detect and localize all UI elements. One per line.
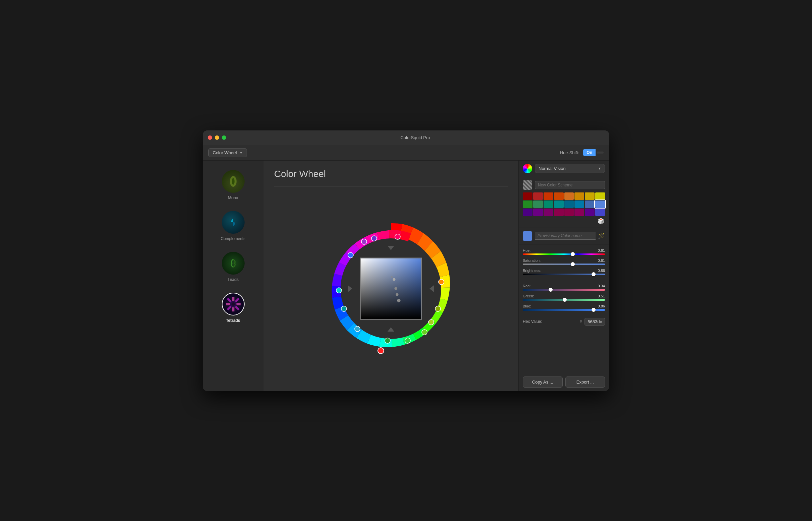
color-mode-icon[interactable] [523, 164, 532, 173]
close-button[interactable] [208, 135, 212, 140]
wheel-area: + c [263, 186, 518, 391]
content-header: Color Wheel [263, 161, 518, 186]
palette-cell[interactable] [533, 208, 543, 216]
brightness-slider[interactable] [523, 274, 605, 275]
color-wheel-container[interactable]: + c [320, 218, 461, 359]
green-label: Green: [523, 294, 534, 298]
mono-icon [222, 170, 244, 193]
tetrads-label: Tetrads [226, 318, 240, 323]
palette-cell[interactable] [564, 201, 574, 208]
palette-cell[interactable] [533, 192, 543, 200]
sidebar: Mono Complements Triad [203, 161, 263, 391]
palette-cell[interactable] [564, 192, 574, 200]
green-slider[interactable] [523, 299, 605, 301]
sliders-section: Hue: 0.61 Saturation: 0.61 [519, 244, 609, 315]
blue-slider[interactable] [523, 309, 605, 311]
color-picker-square[interactable]: c [360, 257, 422, 319]
palette-cell[interactable] [543, 208, 553, 216]
red-thumb[interactable] [549, 288, 553, 292]
app-window: ColorSquid Pro Color Wheel ▼ Hue-Shift: … [203, 130, 609, 391]
saturation-slider-row: Saturation: 0.61 [523, 258, 605, 265]
color-name-input[interactable] [535, 232, 596, 240]
selected-color-swatch [523, 231, 532, 241]
svg-point-13 [385, 338, 390, 343]
palette-cell[interactable] [533, 201, 543, 208]
palette-cell[interactable] [543, 192, 553, 200]
palette-cell[interactable] [564, 208, 574, 216]
hue-label: Hue: [523, 248, 531, 252]
new-scheme-input[interactable] [535, 181, 605, 189]
palette-cell[interactable] [574, 201, 584, 208]
bottom-buttons: Copy As ... Export ... [519, 373, 609, 391]
copy-as-button[interactable]: Copy As ... [523, 377, 563, 388]
palette-cell[interactable] [554, 192, 564, 200]
triads-icon [222, 252, 244, 275]
sidebar-item-mono[interactable]: Mono [219, 167, 247, 203]
blue-thumb[interactable] [592, 308, 596, 312]
green-value: 0.51 [598, 294, 605, 298]
eyedropper-icon[interactable]: 🪄 [598, 233, 605, 239]
minimize-button[interactable] [215, 135, 219, 140]
saturation-thumb[interactable] [571, 262, 575, 266]
toggle-on-label[interactable]: On [583, 149, 596, 156]
color-palette-grid [523, 192, 605, 216]
content-area: Color Wheel [263, 161, 518, 391]
palette-cell[interactable] [543, 201, 553, 208]
titlebar: ColorSquid Pro [203, 130, 609, 145]
hue-shift-label: Hue-Shift: [560, 150, 579, 155]
hex-value[interactable]: 5683dc [584, 318, 605, 325]
hue-shift-toggle[interactable]: On [583, 149, 604, 156]
maximize-button[interactable] [222, 135, 226, 140]
svg-point-14 [428, 319, 434, 325]
hue-slider[interactable] [523, 253, 605, 255]
svg-point-15 [439, 279, 444, 285]
vision-label: Normal Vision [538, 166, 566, 171]
randomize-icon[interactable]: 🎲 [598, 218, 604, 224]
sidebar-item-complements[interactable]: Complements [218, 208, 248, 244]
red-slider[interactable] [523, 289, 605, 291]
vision-dropdown[interactable]: Normal Vision ▼ [535, 164, 605, 173]
palette-cell[interactable] [523, 208, 533, 216]
green-thumb[interactable] [563, 298, 567, 302]
palette-cell-selected[interactable] [595, 201, 605, 208]
palette-cell[interactable] [585, 201, 595, 208]
palette-cell[interactable] [585, 208, 595, 216]
palette-cell[interactable] [554, 208, 564, 216]
sidebar-item-tetrads[interactable]: Tetrads [219, 290, 247, 325]
palette-cell[interactable] [574, 192, 584, 200]
brightness-slider-row: Brightness: 0.86 [523, 269, 605, 275]
palette-cell[interactable] [523, 201, 533, 208]
hue-thumb[interactable] [571, 252, 575, 256]
content-title: Color Wheel [274, 168, 508, 179]
palette-cell[interactable] [585, 192, 595, 200]
red-label: Red: [523, 284, 531, 288]
hex-row: Hex Value: # 5683dc [519, 315, 609, 328]
palette-cell[interactable] [523, 192, 533, 200]
blue-label: Blue: [523, 304, 531, 308]
palette-cell[interactable] [595, 192, 605, 200]
sidebar-item-triads[interactable]: Triads [219, 249, 247, 285]
new-scheme-row [523, 180, 605, 190]
export-button[interactable]: Export ... [565, 377, 605, 388]
saturation-slider[interactable] [523, 264, 605, 265]
palette-cell[interactable] [554, 201, 564, 208]
palette-cell[interactable] [574, 208, 584, 216]
saturation-value: 0.61 [598, 258, 605, 263]
palette-cell[interactable] [595, 208, 605, 216]
blue-value: 0.86 [598, 304, 605, 308]
red-slider-row: Red: 0.34 [523, 284, 605, 291]
hue-value: 0.61 [598, 248, 605, 252]
brightness-thumb[interactable] [592, 272, 596, 276]
tetrads-icon [222, 293, 244, 316]
svg-point-22 [371, 236, 377, 241]
hex-label: Hex Value: [523, 319, 542, 324]
window-title: ColorSquid Pro [226, 135, 604, 140]
traffic-lights [208, 135, 226, 140]
blue-slider-row: Blue: 0.86 [523, 304, 605, 311]
svg-point-21 [435, 306, 441, 312]
brightness-value: 0.86 [598, 269, 605, 273]
svg-point-17 [395, 234, 400, 240]
toggle-off-label[interactable] [597, 152, 604, 154]
svg-point-19 [355, 326, 360, 332]
view-mode-dropdown[interactable]: Color Wheel ▼ [208, 148, 247, 157]
